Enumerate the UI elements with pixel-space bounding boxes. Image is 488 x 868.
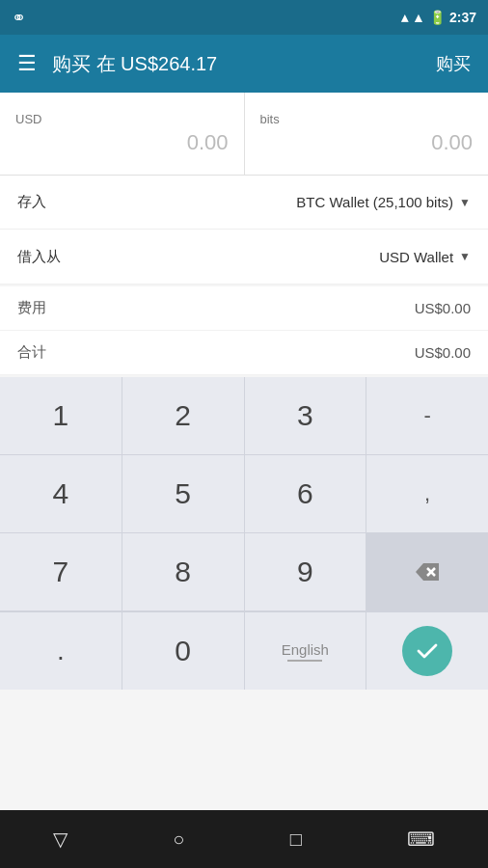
borrow-row: 借入从 USD Wallet ▼ bbox=[0, 230, 488, 284]
buy-button[interactable]: 购买 bbox=[436, 52, 471, 75]
form-section: 存入 BTC Wallet (25,100 bits) ▼ 借入从 USD Wa… bbox=[0, 176, 488, 285]
fee-row: 费用 US$0.00 bbox=[0, 286, 488, 331]
nav-recents[interactable]: □ bbox=[290, 828, 302, 851]
status-bar: ⚭ ▴ ▲ 🔋 2:37 bbox=[0, 0, 488, 35]
key-confirm[interactable] bbox=[366, 612, 488, 690]
usd-label: USD bbox=[15, 112, 229, 126]
borrow-dropdown-arrow: ▼ bbox=[459, 250, 471, 263]
key-4[interactable]: 4 bbox=[0, 455, 122, 532]
key-minus[interactable]: - bbox=[366, 377, 488, 454]
checkmark-icon bbox=[417, 642, 438, 660]
hamburger-menu[interactable]: ☰ bbox=[17, 51, 37, 76]
confirm-button[interactable] bbox=[402, 626, 452, 676]
deposit-label: 存入 bbox=[17, 193, 46, 211]
deposit-wallet-value: BTC Wallet (25,100 bits) bbox=[296, 194, 453, 210]
bits-value: 0.00 bbox=[260, 130, 474, 155]
numpad-row-1: 1 2 3 - bbox=[0, 377, 488, 455]
borrow-wallet-value: USD Wallet bbox=[379, 249, 453, 265]
numpad-row-3: 7 8 9 bbox=[0, 533, 488, 611]
key-3[interactable]: 3 bbox=[245, 377, 367, 454]
fee-section: 费用 US$0.00 合计 US$0.00 bbox=[0, 286, 488, 375]
page-title: 购买 在 US$264.17 bbox=[52, 51, 217, 77]
key-0[interactable]: 0 bbox=[122, 612, 245, 690]
signal-icon: ▲ bbox=[412, 10, 425, 25]
english-underline bbox=[287, 660, 322, 662]
bottom-nav: ▽ ○ □ ⌨ bbox=[0, 810, 488, 868]
status-icon: ⚭ bbox=[12, 7, 26, 28]
fee-value: US$0.00 bbox=[415, 300, 471, 316]
key-8[interactable]: 8 bbox=[122, 533, 245, 610]
key-english[interactable]: English bbox=[245, 612, 367, 690]
nav-back[interactable]: ▽ bbox=[53, 827, 68, 851]
borrow-wallet-selector[interactable]: USD Wallet ▼ bbox=[379, 249, 471, 265]
nav-home[interactable]: ○ bbox=[173, 828, 184, 851]
wifi-icon: ▴ bbox=[401, 10, 408, 25]
battery-icon: 🔋 bbox=[429, 10, 446, 25]
key-backspace[interactable] bbox=[366, 533, 488, 610]
key-comma[interactable]: , bbox=[366, 455, 488, 532]
numpad-row-2: 4 5 6 , bbox=[0, 455, 488, 533]
backspace-icon bbox=[414, 561, 441, 583]
english-label: English bbox=[282, 641, 329, 658]
top-bar: ☰ 购买 在 US$264.17 购买 bbox=[0, 35, 488, 93]
key-6[interactable]: 6 bbox=[245, 455, 367, 532]
key-7[interactable]: 7 bbox=[0, 533, 122, 610]
total-value: US$0.00 bbox=[415, 344, 471, 361]
key-dot[interactable]: . bbox=[0, 612, 122, 690]
deposit-wallet-selector[interactable]: BTC Wallet (25,100 bits) ▼ bbox=[296, 194, 471, 210]
clock: 2:37 bbox=[449, 10, 476, 25]
borrow-label: 借入从 bbox=[17, 248, 61, 266]
key-2[interactable]: 2 bbox=[122, 377, 245, 454]
amount-input-section: USD 0.00 bits 0.00 bbox=[0, 93, 488, 176]
key-1[interactable]: 1 bbox=[0, 377, 122, 454]
numpad: 1 2 3 - 4 5 6 , 7 8 9 . 0 Engl bbox=[0, 377, 488, 690]
bits-label: bits bbox=[260, 112, 474, 126]
usd-value: 0.00 bbox=[15, 130, 229, 155]
deposit-row: 存入 BTC Wallet (25,100 bits) ▼ bbox=[0, 176, 488, 230]
total-label: 合计 bbox=[17, 343, 46, 362]
total-row: 合计 US$0.00 bbox=[0, 331, 488, 375]
fee-label: 费用 bbox=[17, 299, 46, 317]
numpad-row-4: . 0 English bbox=[0, 611, 488, 690]
nav-keyboard[interactable]: ⌨ bbox=[407, 827, 435, 851]
usd-input-cell[interactable]: USD 0.00 bbox=[0, 93, 245, 175]
status-right: ▴ ▲ 🔋 2:37 bbox=[401, 10, 476, 25]
bits-input-cell[interactable]: bits 0.00 bbox=[245, 93, 489, 175]
deposit-dropdown-arrow: ▼ bbox=[459, 196, 471, 209]
key-9[interactable]: 9 bbox=[245, 533, 367, 610]
key-5[interactable]: 5 bbox=[122, 455, 245, 532]
